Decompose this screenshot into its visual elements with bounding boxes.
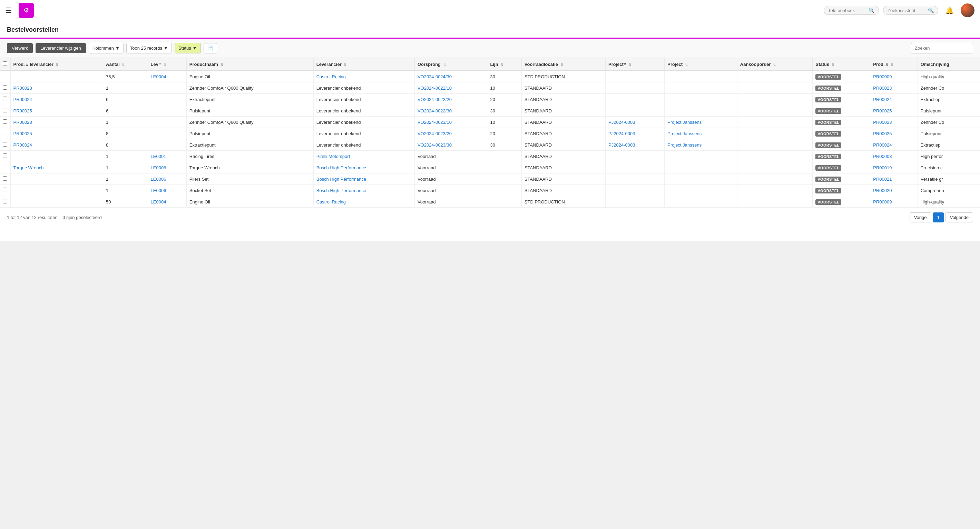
row-checkbox[interactable] (3, 85, 7, 90)
project-nr-link[interactable]: PJ2024-0003 (608, 120, 635, 125)
leverancier-link[interactable]: Bosch High Performance (317, 188, 366, 193)
project-link[interactable]: Project Janssens (667, 120, 702, 125)
leverancier-link[interactable]: Bosch High Performance (317, 165, 366, 170)
prod-nr-link[interactable]: PR00020 (873, 188, 892, 193)
prod-nr-link[interactable]: PR00019 (873, 165, 892, 170)
prod-nr-link[interactable]: PR00009 (873, 199, 892, 205)
sort-status-icon[interactable]: ⇅ (832, 63, 834, 67)
status-dropdown[interactable]: Status ▼ (175, 43, 201, 54)
row-checkbox[interactable] (3, 74, 7, 78)
table-row: PR000246ExtractiepuntLeverancier onbeken… (0, 94, 980, 105)
project-link[interactable]: Project Janssens (667, 131, 702, 136)
prev-page-button[interactable]: Vorige (910, 213, 931, 222)
row-checkbox[interactable] (3, 154, 7, 158)
sort-productnaam-icon[interactable]: ⇅ (221, 63, 223, 67)
oorsprong-link[interactable]: VO2024-0022/10 (418, 86, 452, 91)
oorsprong-link[interactable]: VO2024-0022/20 (418, 97, 452, 102)
oorsprong-link[interactable]: VO2024-0023/10 (418, 120, 452, 125)
export-button[interactable]: 📄 (204, 43, 217, 54)
prod-lev-link[interactable]: PR00024 (13, 142, 32, 148)
project-cell (665, 94, 737, 105)
sort-prod-nr-icon[interactable]: ⇅ (891, 63, 893, 67)
kolommen-dropdown[interactable]: Kolommen ▼ (89, 43, 124, 54)
sort-voorraad-icon[interactable]: ⇅ (560, 63, 563, 67)
prod-lev-link[interactable]: PR00023 (13, 120, 32, 125)
export-icon: 📄 (207, 46, 213, 51)
project-cell (665, 162, 737, 173)
avatar-image (961, 3, 974, 17)
row-checkbox[interactable] (3, 142, 7, 146)
sort-leverancier-icon[interactable]: ⇅ (344, 63, 347, 67)
sort-prod-lev-icon[interactable]: ⇅ (56, 63, 58, 67)
hamburger-icon[interactable]: ☰ (6, 6, 12, 14)
next-page-button[interactable]: Volgende (945, 213, 973, 222)
row-checkbox[interactable] (3, 97, 7, 101)
status-badge: VOORSTEL (815, 188, 841, 194)
prod-lev-link[interactable]: PR00024 (13, 97, 32, 102)
row-checkbox[interactable] (3, 165, 7, 169)
select-all-checkbox[interactable] (3, 61, 7, 66)
prod-nr-link[interactable]: PR00025 (873, 131, 892, 136)
prod-lev-cell (10, 71, 103, 83)
oorsprong-link[interactable]: VO2024-0022/30 (418, 108, 452, 113)
assistant-search-input[interactable] (888, 8, 926, 13)
sort-lijn-icon[interactable]: ⇅ (500, 63, 503, 67)
sort-project-icon[interactable]: ⇅ (685, 63, 688, 67)
leverancier-wijzigen-button[interactable]: Leverancier wijzigen (35, 43, 86, 53)
row-checkbox[interactable] (3, 131, 7, 135)
toon-records-dropdown[interactable]: Toon 25 records ▼ (126, 43, 172, 54)
lev-link[interactable]: LE0006 (151, 188, 166, 193)
sort-project-nr-icon[interactable]: ⇅ (628, 63, 631, 67)
lev-link[interactable]: LE0001 (151, 154, 166, 159)
prod-nr-link[interactable]: PR00021 (873, 176, 892, 182)
row-checkbox[interactable] (3, 119, 7, 124)
prod-nr-link[interactable]: PR00008 (873, 154, 892, 159)
gear-button[interactable]: ⚙ (19, 3, 34, 18)
row-checkbox[interactable] (3, 199, 7, 203)
prod-nr-link[interactable]: PR00024 (873, 97, 892, 102)
page-1-button[interactable]: 1 (933, 213, 944, 222)
sort-lev-icon[interactable]: ⇅ (163, 63, 166, 67)
avatar[interactable] (961, 3, 974, 17)
leverancier-link[interactable]: Pirelli Motorsport (317, 154, 350, 159)
oorsprong-link[interactable]: VO2024-0024/30 (418, 74, 452, 79)
omschrijving-cell: High-quality (918, 71, 980, 83)
prod-lev-link[interactable]: PR00025 (13, 108, 32, 113)
aankooporder-cell (737, 196, 813, 208)
leverancier-link[interactable]: Castrol Racing (317, 199, 346, 205)
lev-link[interactable]: LE0004 (151, 74, 166, 79)
table-search-input[interactable] (911, 43, 973, 54)
table-row: 1LE0006Pliers SetBosch High PerformanceV… (0, 173, 980, 185)
aantal-cell: 1 (103, 162, 148, 173)
prod-nr-link[interactable]: PR00023 (873, 86, 892, 91)
leverancier-link[interactable]: Castrol Racing (317, 74, 346, 79)
prod-lev-link[interactable]: PR00023 (13, 86, 32, 91)
oorsprong-cell: Voorraad (414, 162, 487, 173)
prod-nr-link[interactable]: PR00024 (873, 142, 892, 148)
row-checkbox[interactable] (3, 108, 7, 113)
sort-aantal-icon[interactable]: ⇅ (122, 63, 124, 67)
project-nr-link[interactable]: PJ2024-0003 (608, 131, 635, 136)
sort-oorsprong-icon[interactable]: ⇅ (443, 63, 446, 67)
project-link[interactable]: Project Janssens (667, 142, 702, 148)
lev-link[interactable]: LE0004 (151, 199, 166, 205)
prod-nr-link[interactable]: PR00025 (873, 108, 892, 113)
prod-nr-link[interactable]: PR00009 (873, 74, 892, 79)
project-nr-cell (606, 105, 665, 116)
table-body: 75,5LE0004Engine OilCastrol RacingVO2024… (0, 71, 980, 208)
row-checkbox[interactable] (3, 176, 7, 181)
bell-icon[interactable]: 🔔 (945, 6, 954, 14)
lev-link[interactable]: LE0006 (151, 165, 166, 170)
leverancier-link[interactable]: Bosch High Performance (317, 176, 366, 182)
lev-link[interactable]: LE0006 (151, 176, 166, 182)
prod-lev-link[interactable]: PR00025 (13, 131, 32, 136)
verwerk-button[interactable]: Verwerk (7, 43, 33, 53)
oorsprong-link[interactable]: VO2024-0023/30 (418, 142, 452, 148)
phone-search-input[interactable] (828, 8, 867, 13)
project-nr-link[interactable]: PJ2024-0003 (608, 142, 635, 148)
prod-lev-link[interactable]: Torque Wrench (13, 165, 44, 170)
oorsprong-link[interactable]: VO2024-0023/20 (418, 131, 452, 136)
sort-aankooporder-icon[interactable]: ⇅ (773, 63, 776, 67)
prod-nr-link[interactable]: PR00023 (873, 120, 892, 125)
row-checkbox[interactable] (3, 187, 7, 192)
